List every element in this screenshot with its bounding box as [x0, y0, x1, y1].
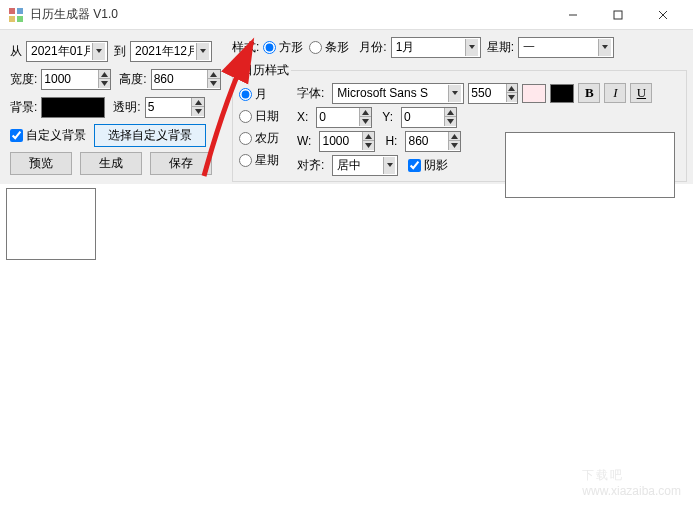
y-label: Y:	[382, 110, 393, 124]
custom-bg-label: 自定义背景	[26, 127, 86, 144]
align-label: 对齐:	[297, 157, 324, 174]
dropdown-icon[interactable]	[196, 43, 209, 60]
watermark: 下载吧 www.xiazaiba.com	[582, 446, 681, 498]
y-spinner[interactable]	[401, 107, 457, 128]
style-label: 样式:	[232, 39, 259, 56]
shape-strip-radio[interactable]: 条形	[309, 39, 349, 56]
bg-color-well[interactable]	[41, 97, 105, 118]
font-combo[interactable]	[332, 83, 464, 104]
spin-up-icon[interactable]	[191, 98, 203, 107]
calstyle-date-radio[interactable]: 日期	[239, 105, 291, 127]
month-label: 月份:	[359, 39, 386, 56]
close-button[interactable]	[640, 1, 685, 29]
week-label: 星期:	[487, 39, 514, 56]
from-label: 从	[10, 43, 22, 60]
month-combo[interactable]	[391, 37, 481, 58]
spin-up-icon[interactable]	[506, 84, 518, 93]
text-area[interactable]	[505, 132, 675, 198]
w-spinner[interactable]	[319, 131, 375, 152]
app-icon	[8, 7, 24, 23]
font-input[interactable]	[335, 85, 448, 102]
width-spinner[interactable]	[41, 69, 111, 90]
choose-bg-button[interactable]: 选择自定义背景	[94, 124, 206, 147]
week-combo[interactable]	[518, 37, 614, 58]
height-label: 高度:	[119, 71, 146, 88]
color-swatch-light[interactable]	[522, 84, 546, 103]
dropdown-icon[interactable]	[598, 39, 611, 56]
dropdown-icon[interactable]	[465, 39, 478, 56]
minimize-button[interactable]	[550, 1, 595, 29]
from-date-input[interactable]	[29, 43, 92, 60]
week-input[interactable]	[521, 39, 598, 56]
height-spinner[interactable]	[151, 69, 221, 90]
bg-label: 背景:	[10, 99, 37, 116]
spin-down-icon[interactable]	[207, 79, 220, 88]
calstyle-week-radio[interactable]: 星期	[239, 149, 291, 171]
italic-button[interactable]: I	[604, 83, 626, 103]
svg-rect-0	[9, 8, 15, 14]
custom-bg-checkbox[interactable]: 自定义背景	[10, 127, 86, 144]
calstyle-lunar-radio[interactable]: 农历	[239, 127, 291, 149]
from-date-combo[interactable]	[26, 41, 108, 62]
svg-rect-2	[9, 16, 15, 22]
fontsize-spinner[interactable]	[468, 83, 518, 104]
height-input[interactable]	[152, 71, 207, 88]
spin-up-icon[interactable]	[98, 70, 111, 79]
maximize-button[interactable]	[595, 1, 640, 29]
svg-rect-5	[614, 11, 622, 19]
x-spinner[interactable]	[316, 107, 372, 128]
fontsize-input[interactable]	[469, 85, 505, 102]
align-combo[interactable]	[332, 155, 398, 176]
alpha-spinner[interactable]	[145, 97, 205, 118]
spin-down-icon[interactable]	[98, 79, 111, 88]
dropdown-icon[interactable]	[383, 157, 395, 174]
underline-button[interactable]: U	[630, 83, 652, 103]
shape-square-radio[interactable]: 方形	[263, 39, 303, 56]
spin-up-icon[interactable]	[207, 70, 220, 79]
to-date-input[interactable]	[133, 43, 196, 60]
generate-button[interactable]: 生成	[80, 152, 142, 175]
svg-rect-3	[17, 16, 23, 22]
dropdown-icon[interactable]	[92, 43, 105, 60]
alpha-input[interactable]	[146, 99, 192, 116]
bold-button[interactable]: B	[578, 83, 600, 103]
shadow-checkbox[interactable]: 阴影	[408, 157, 448, 174]
custom-bg-check-input[interactable]	[10, 129, 23, 142]
to-date-combo[interactable]	[130, 41, 212, 62]
x-label: X:	[297, 110, 308, 124]
align-input[interactable]	[335, 157, 383, 174]
calstyle-month-radio[interactable]: 月	[239, 83, 291, 105]
save-button[interactable]: 保存	[150, 152, 212, 175]
to-label: 到	[114, 43, 126, 60]
preview-thumbnail	[6, 188, 96, 260]
spin-down-icon[interactable]	[506, 93, 518, 102]
dropdown-icon[interactable]	[448, 85, 461, 102]
h-spinner[interactable]	[405, 131, 461, 152]
font-label: 字体:	[297, 85, 324, 102]
window-title: 日历生成器 V1.0	[30, 6, 550, 23]
svg-rect-1	[17, 8, 23, 14]
month-input[interactable]	[394, 39, 465, 56]
calendar-style-legend: 日历样式	[239, 62, 291, 79]
color-swatch-dark[interactable]	[550, 84, 574, 103]
preview-button[interactable]: 预览	[10, 152, 72, 175]
width-input[interactable]	[42, 71, 97, 88]
h-label: H:	[385, 134, 397, 148]
w-label: W:	[297, 134, 311, 148]
spin-down-icon[interactable]	[191, 107, 203, 116]
alpha-label: 透明:	[113, 99, 140, 116]
width-label: 宽度:	[10, 71, 37, 88]
